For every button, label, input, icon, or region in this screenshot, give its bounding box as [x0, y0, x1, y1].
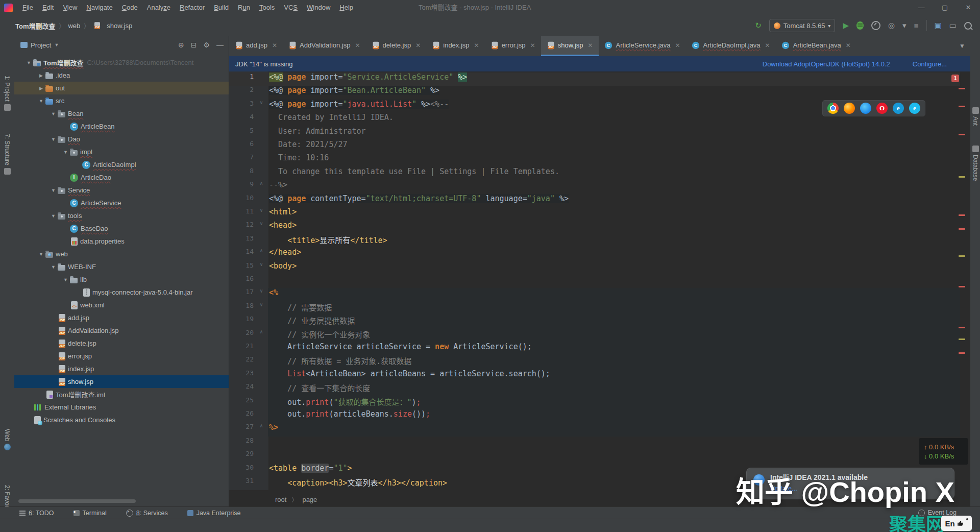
close-tab-icon[interactable]: ✕ — [415, 42, 421, 49]
chrome-icon[interactable] — [827, 103, 839, 114]
tab-ArticleBean.java[interactable]: CArticleBean.java✕ — [776, 36, 856, 56]
tree-item-add.jsp[interactable]: add.jsp — [14, 311, 229, 324]
expanded-arrow-icon[interactable]: ▼ — [37, 99, 45, 104]
run-icon[interactable]: ▶ — [843, 15, 849, 36]
toolwindow-button-6-todo[interactable]: 6: TODO — [19, 510, 54, 517]
expanded-arrow-icon[interactable]: ▼ — [61, 150, 70, 155]
tree-item-tools[interactable]: ▼tools — [14, 209, 229, 222]
error-stripe-mark[interactable] — [959, 106, 965, 107]
tree-item-ArticleService[interactable]: CArticleService — [14, 197, 229, 209]
tree-item-Dao[interactable]: ▼Dao — [14, 133, 229, 146]
collapse-all-icon[interactable]: ⊟ — [191, 41, 197, 49]
breadcrumb-item-0[interactable]: Tom增删改查 — [15, 21, 55, 31]
tree-item-.idea[interactable]: ▶.idea — [14, 69, 229, 82]
fold-marker-icon[interactable]: ∧ — [258, 329, 265, 334]
menu-run[interactable]: Run — [233, 0, 255, 15]
menu-navigate[interactable]: Navigate — [82, 0, 117, 15]
error-stripe-mark[interactable] — [959, 327, 965, 328]
tree-item-AddValidation.jsp[interactable]: AddValidation.jsp — [14, 324, 229, 337]
collapsed-arrow-icon[interactable]: ▶ — [37, 73, 45, 78]
close-tab-icon[interactable]: ✕ — [530, 42, 535, 49]
close-tab-icon[interactable]: ✕ — [675, 42, 680, 49]
fold-marker-icon[interactable]: ∨ — [258, 221, 265, 226]
expanded-arrow-icon[interactable]: ▼ — [49, 137, 58, 142]
chevron-down-icon[interactable]: ▼ — [54, 42, 59, 47]
warning-stripe-mark[interactable] — [959, 338, 965, 340]
project-structure-icon[interactable]: ▣ — [935, 15, 942, 36]
firefox-icon[interactable] — [844, 103, 855, 114]
tree-item-Bean[interactable]: ▼Bean — [14, 107, 229, 120]
fold-marker-icon[interactable]: ∧ — [258, 423, 265, 428]
breadcrumb-item-1[interactable]: web — [68, 22, 80, 30]
expanded-arrow-icon[interactable]: ▼ — [24, 60, 33, 65]
fold-marker-icon[interactable]: ∨ — [258, 207, 265, 213]
fold-marker-icon[interactable]: ∨ — [258, 288, 265, 294]
menu-vcs[interactable]: VCS — [279, 0, 302, 15]
locate-icon[interactable]: ⊕ — [178, 41, 184, 49]
tree-item-web.xml[interactable]: web.xml — [14, 299, 229, 311]
stub-web[interactable]: Web — [0, 429, 14, 450]
error-stripe-mark[interactable] — [959, 352, 965, 354]
tree-horizontal-scrollbar[interactable] — [18, 499, 136, 503]
preview-icon[interactable]: ▭ — [949, 15, 957, 36]
close-button[interactable]: ✕ — [957, 0, 980, 15]
stub-1-project[interactable]: 1: Project — [0, 76, 14, 111]
menu-help[interactable]: Help — [335, 0, 358, 15]
error-stripe-mark[interactable] — [959, 88, 965, 89]
configure-jdk-link[interactable]: Configure... — [913, 60, 947, 68]
menu-window[interactable]: Window — [302, 0, 335, 15]
warning-stripe-mark[interactable] — [959, 255, 965, 257]
error-stripe-mark[interactable] — [959, 214, 965, 216]
editor-area[interactable]: add.jsp✕AddValidation.jsp✕delete.jsp✕ind… — [229, 36, 970, 506]
menu-refactor[interactable]: Refactor — [175, 0, 209, 15]
opera-icon[interactable]: O — [876, 103, 888, 114]
fold-marker-icon[interactable]: ∨ — [258, 100, 265, 105]
menu-analyze[interactable]: Analyze — [142, 0, 175, 15]
breadcrumb-item-2[interactable]: show.jsp — [107, 22, 132, 30]
tab-add.jsp[interactable]: add.jsp✕ — [229, 36, 283, 56]
run-anything-icon[interactable]: ◎ — [888, 15, 895, 36]
tree-item-Tom增删改查.iml[interactable]: Tom增删改查.iml — [14, 388, 229, 401]
stub-ant[interactable]: Ant — [970, 107, 980, 126]
hidden-tabs-icon[interactable]: ▼ — [959, 36, 965, 56]
toolwindow-button-java-enterprise[interactable]: Java Enterprise — [187, 510, 241, 517]
expanded-arrow-icon[interactable]: ▼ — [49, 111, 58, 116]
toolwindow-button-terminal[interactable]: Terminal — [74, 510, 107, 517]
close-tab-icon[interactable]: ✕ — [355, 42, 360, 49]
stop-icon[interactable]: ■ — [914, 15, 919, 36]
tree-item-impl[interactable]: ▼impl — [14, 146, 229, 158]
project-view-selector[interactable]: Project — [31, 41, 51, 49]
toolwindow-button-8-services[interactable]: 8: Services — [126, 510, 168, 517]
menu-build[interactable]: Build — [209, 0, 233, 15]
tree-item-delete.jsp[interactable]: delete.jsp — [14, 337, 229, 350]
tab-index.jsp[interactable]: index.jsp✕ — [426, 36, 484, 56]
menu-code[interactable]: Code — [117, 0, 142, 15]
search-everywhere-icon[interactable] — [964, 22, 972, 30]
tree-item-error.jsp[interactable]: error.jsp — [14, 350, 229, 362]
expanded-arrow-icon[interactable]: ▼ — [49, 188, 58, 193]
profiler-icon[interactable] — [871, 21, 880, 30]
editor-breadcrumb-root[interactable]: root — [275, 496, 286, 503]
close-tab-icon[interactable]: ✕ — [846, 42, 851, 49]
safari-icon[interactable] — [860, 103, 871, 114]
tab-AddValidation.jsp[interactable]: AddValidation.jsp✕ — [283, 36, 366, 56]
tree-item-ArticleBean[interactable]: CArticleBean — [14, 120, 229, 133]
inspections-error-badge[interactable]: 1 — [951, 75, 959, 82]
warning-stripe-mark[interactable] — [959, 176, 965, 178]
expanded-arrow-icon[interactable]: ▼ — [37, 252, 45, 257]
menu-edit[interactable]: Edit — [38, 0, 58, 15]
tree-item-WEB-INF[interactable]: ▼WEB-INF — [14, 260, 229, 273]
tree-item-ArticleDao[interactable]: IArticleDao — [14, 171, 229, 184]
code-lines[interactable]: 1<%@ page import="Service.ArticleService… — [229, 72, 960, 491]
tree-item-web[interactable]: ▼web — [14, 248, 229, 260]
tree-item-data.properties[interactable]: data.properties — [14, 235, 229, 248]
edge-icon[interactable]: e — [893, 103, 904, 114]
menu-view[interactable]: View — [58, 0, 82, 15]
tree-item-Service[interactable]: ▼Service — [14, 184, 229, 197]
fold-marker-icon[interactable]: ∧ — [258, 248, 265, 253]
tab-delete.jsp[interactable]: delete.jsp✕ — [366, 36, 427, 56]
close-tab-icon[interactable]: ✕ — [272, 42, 277, 49]
editor-breadcrumb-page[interactable]: page — [302, 496, 317, 503]
stub-database[interactable]: Database — [970, 146, 980, 181]
tree-item-External-Libraries[interactable]: External Libraries — [14, 401, 229, 414]
